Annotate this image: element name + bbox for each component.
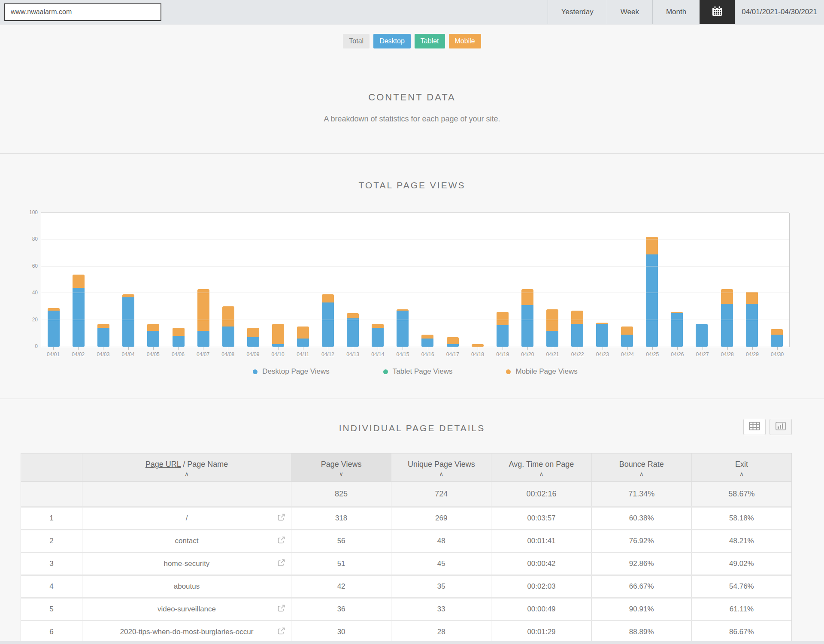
filter-button-tablet[interactable]: Tablet [415, 34, 445, 48]
legend-label: Mobile Page Views [515, 367, 577, 376]
bar-slot-04/25 [639, 213, 664, 347]
bounce-rate-cell: 76.92% [591, 530, 691, 552]
x-axis-tick [727, 347, 728, 350]
bar-slot-04/20 [515, 213, 540, 347]
unique-page-views-cell: 35 [391, 576, 491, 597]
exit-cell: 54.76% [691, 576, 791, 597]
bar-slot-04/14 [365, 213, 390, 347]
stacked-bar-04/13[interactable] [347, 313, 359, 347]
legend-label: Desktop Page Views [262, 367, 330, 376]
column-header-bounce-rate[interactable]: Bounce Rate∧ [591, 454, 691, 481]
stacked-bar-04/03[interactable] [97, 324, 109, 347]
stacked-bar-04/15[interactable] [397, 309, 409, 347]
desktop-segment [322, 302, 334, 347]
stacked-bar-04/25[interactable] [646, 237, 658, 347]
external-link-icon[interactable] [278, 536, 285, 546]
stacked-bar-04/21[interactable] [546, 309, 558, 347]
external-link-icon[interactable] [278, 559, 285, 568]
stacked-bar-04/12[interactable] [322, 294, 334, 347]
mobile-segment [571, 311, 583, 324]
desktop-segment [521, 305, 533, 347]
x-axis-label-04/30: 04/30 [765, 347, 790, 360]
x-axis-tick [478, 347, 478, 350]
mobile-segment [771, 329, 783, 334]
page-name-cell[interactable]: / [82, 508, 291, 529]
stacked-bar-04/11[interactable] [297, 327, 309, 347]
chart-view-button[interactable] [769, 419, 792, 435]
external-link-icon[interactable] [278, 627, 285, 637]
column-header-exit[interactable]: Exit∧ [691, 454, 791, 481]
page-views-cell: 56 [291, 530, 391, 552]
stacked-bar-04/05[interactable] [147, 324, 159, 347]
bar-slot-04/18 [465, 213, 490, 347]
page-name: 2020-tips-when-do-most-burglaries-occur [120, 628, 254, 636]
column-header-unique-page-views[interactable]: Unique Page Views∧ [391, 454, 491, 481]
external-link-icon[interactable] [278, 514, 285, 523]
column-header-page-url[interactable]: Page URL / Page Name∧ [82, 454, 291, 481]
stacked-bar-04/09[interactable] [247, 328, 259, 347]
page-name-cell[interactable]: 2020-tips-when-do-most-burglaries-occur [82, 621, 291, 643]
stacked-bar-04/18[interactable] [472, 344, 484, 347]
stacked-bar-04/19[interactable] [497, 312, 509, 347]
site-url-input[interactable] [4, 3, 161, 21]
column-header-page-views[interactable]: Page Views∨ [291, 454, 391, 481]
gridline-20 [41, 320, 789, 320]
page-name-cell[interactable]: video-surveillance [82, 599, 291, 620]
stacked-bar-04/24[interactable] [621, 327, 633, 347]
stacked-bar-04/16[interactable] [421, 335, 433, 347]
stacked-bar-04/14[interactable] [372, 324, 384, 347]
page-name-cell[interactable]: home-security [82, 553, 291, 574]
table-view-button[interactable] [743, 419, 766, 435]
mobile-segment [621, 327, 633, 335]
table-view-icon [749, 422, 760, 432]
stacked-bar-04/23[interactable] [596, 323, 608, 347]
x-axis-tick [428, 347, 428, 350]
range-button-week[interactable]: Week [607, 0, 652, 24]
range-button-yesterday[interactable]: Yesterday [548, 0, 607, 24]
stacked-bar-04/07[interactable] [197, 289, 209, 347]
x-axis-tick [103, 347, 103, 350]
totals-empty-cell [82, 482, 291, 506]
stacked-bar-04/30[interactable] [771, 329, 783, 347]
external-link-icon[interactable] [278, 605, 285, 614]
stacked-bar-04/06[interactable] [173, 328, 185, 347]
desktop-segment [247, 337, 259, 347]
desktop-segment [546, 331, 558, 347]
desktop-segment [447, 344, 459, 347]
page-subtitle: A breakdown of statistics for each page … [0, 115, 824, 125]
bar-slot-04/19 [490, 213, 515, 347]
y-axis-label-80: 80 [21, 236, 38, 242]
topbar: Yesterday Week Month 04/01/2021-04/30/20… [0, 0, 824, 24]
stacked-bar-04/04[interactable] [122, 294, 134, 347]
desktop-segment [222, 327, 234, 347]
mobile-segment [447, 337, 459, 344]
page-url-header-link[interactable]: Page URL [145, 460, 181, 469]
calendar-button[interactable] [700, 0, 735, 24]
bounce-rate-cell: 90.91% [591, 599, 691, 620]
page-name-cell[interactable]: aboutus [82, 576, 291, 597]
stacked-bar-04/26[interactable] [671, 312, 683, 347]
table-row: 3home-security514500:00:4292.86%49.02% [21, 552, 791, 574]
column-header-avg-time-on-page[interactable]: Avg. Time on Page∧ [491, 454, 591, 481]
row-rank: 3 [21, 553, 82, 574]
desktop-segment [746, 304, 758, 347]
exit-cell: 86.67% [691, 621, 791, 643]
stacked-bar-04/20[interactable] [521, 289, 533, 347]
stacked-bar-04/28[interactable] [721, 289, 733, 347]
filter-button-mobile[interactable]: Mobile [449, 34, 481, 48]
unique-page-views-cell: 48 [391, 530, 491, 552]
stacked-bar-04/22[interactable] [571, 311, 583, 347]
bar-slot-04/21 [540, 213, 565, 347]
stacked-bar-04/17[interactable] [447, 337, 459, 347]
stacked-bar-04/08[interactable] [222, 306, 234, 347]
stacked-bar-04/01[interactable] [48, 308, 60, 347]
x-axis-label-04/15: 04/15 [390, 347, 415, 360]
stacked-bar-04/27[interactable] [696, 324, 708, 347]
range-button-month[interactable]: Month [652, 0, 700, 24]
bar-slot-04/28 [715, 213, 739, 347]
page-name-cell[interactable]: contact [82, 530, 291, 552]
stacked-bar-04/10[interactable] [272, 324, 284, 347]
filter-button-total[interactable]: Total [343, 34, 370, 48]
filter-button-desktop[interactable]: Desktop [373, 34, 411, 48]
stacked-bar-04/02[interactable] [73, 275, 85, 347]
